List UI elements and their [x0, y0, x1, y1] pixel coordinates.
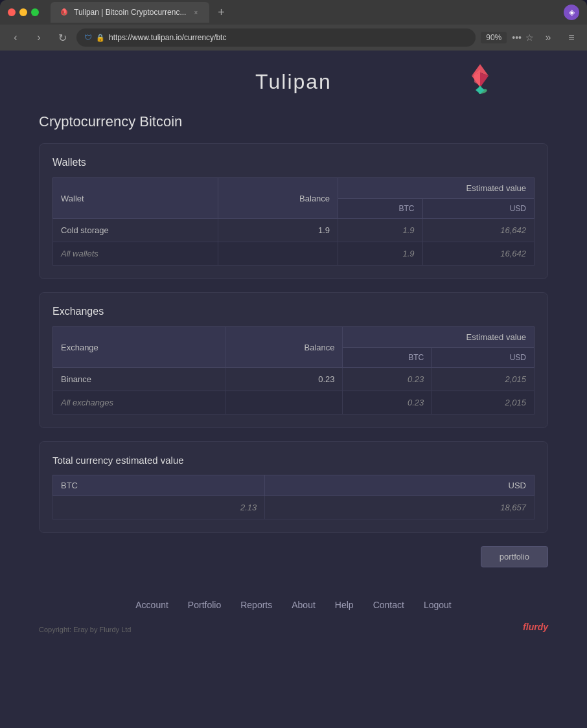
back-button[interactable]: ‹ — [6, 28, 25, 47]
nav-logout[interactable]: Logout — [424, 600, 452, 610]
table-row: Binance 0.23 0.23 2,015 — [53, 368, 535, 391]
exchange-col-header: Exchange — [53, 327, 225, 368]
close-button[interactable] — [8, 8, 16, 16]
wallets-table: Wallet Balance Estimated value BTC USD C… — [52, 177, 535, 266]
tab-close-btn[interactable]: × — [191, 8, 200, 17]
url-text: https://www.tulipan.io/currency/btc — [109, 33, 226, 42]
exchanges-card: Exchanges Exchange Balance Estimated val… — [39, 292, 548, 428]
active-tab[interactable]: Tulipan | Bitcoin Cryptocurrenc... × — [51, 2, 209, 23]
site-title: Tulipan — [255, 70, 332, 94]
nav-account[interactable]: Account — [135, 600, 168, 610]
lock-icon: 🔒 — [96, 34, 105, 42]
nav-reports[interactable]: Reports — [240, 600, 272, 610]
new-tab-btn[interactable]: + — [212, 3, 230, 21]
svg-point-2 — [62, 10, 64, 14]
wallet-balance: 1.9 — [218, 219, 338, 242]
exchange-name: Binance — [53, 368, 225, 391]
tab-bar: Tulipan | Bitcoin Cryptocurrenc... × + — [51, 2, 558, 23]
portfolio-button[interactable]: portfolio — [481, 546, 548, 567]
footer-nav: Account Portfolio Reports About Help Con… — [39, 587, 548, 617]
total-usd-value: 18,657 — [265, 496, 535, 519]
total-value-row: 2.13 18,657 — [53, 496, 535, 519]
wallet-name: Cold storage — [53, 219, 218, 242]
nav-about[interactable]: About — [292, 600, 316, 610]
expand-btn[interactable]: » — [539, 28, 557, 47]
all-wallets-label: All wallets — [53, 242, 218, 266]
all-wallets-balance — [218, 242, 338, 266]
usd-sub-header: USD — [422, 199, 535, 219]
hamburger-menu[interactable]: ≡ — [562, 28, 581, 47]
maximize-button[interactable] — [31, 8, 39, 16]
svg-rect-3 — [64, 13, 65, 15]
table-row: Cold storage 1.9 1.9 16,642 — [53, 219, 535, 242]
wallets-total-row: All wallets 1.9 16,642 — [53, 242, 535, 266]
all-exchanges-usd: 2,015 — [432, 391, 535, 415]
toolbar-icons: ••• ☆ — [512, 32, 534, 43]
flurdy-logo: flurdy — [523, 622, 548, 632]
balance-col-header: Balance — [218, 178, 338, 219]
copyright-text: Copyright: Eray by Flurdy Ltd — [39, 626, 131, 633]
extension-icon[interactable]: ◈ — [564, 5, 579, 20]
nav-portfolio[interactable]: Portfolio — [188, 600, 221, 610]
all-exchanges-balance — [225, 391, 343, 415]
exchange-balance: 0.23 — [225, 368, 343, 391]
exchanges-header-row: Exchange Balance Estimated value — [53, 327, 535, 348]
total-header-row: BTC USD — [53, 475, 535, 496]
tab-label: Tulipan | Bitcoin Cryptocurrenc... — [74, 8, 186, 17]
traffic-lights — [8, 8, 39, 16]
extension-symbol: ◈ — [569, 8, 575, 17]
forward-button[interactable]: › — [30, 28, 48, 47]
tab-favicon — [60, 8, 69, 17]
minimize-button[interactable] — [19, 8, 27, 16]
all-wallets-usd: 16,642 — [422, 242, 535, 266]
nav-contact[interactable]: Contact — [373, 600, 404, 610]
total-title: Total currency estimated value — [52, 455, 535, 466]
page-title: Cryptocurrency Bitcoin — [39, 113, 548, 130]
copyright-row: Copyright: Eray by Flurdy Ltd flurdy — [39, 620, 548, 633]
total-usd-header: USD — [265, 475, 535, 496]
bookmark-icon[interactable]: ☆ — [525, 32, 534, 43]
all-exchanges-label: All exchanges — [53, 391, 225, 415]
more-icon[interactable]: ••• — [512, 32, 522, 43]
exchanges-total-row: All exchanges 0.23 2,015 — [53, 391, 535, 415]
wallets-card: Wallets Wallet Balance Estimated value B… — [39, 143, 548, 279]
total-value-card: Total currency estimated value BTC USD 2… — [39, 441, 548, 533]
wallets-title: Wallets — [52, 157, 535, 168]
address-bar[interactable]: 🛡 🔒 https://www.tulipan.io/currency/btc — [76, 28, 476, 47]
ex-balance-col-header: Balance — [225, 327, 343, 368]
all-wallets-btc: 1.9 — [338, 242, 422, 266]
exchanges-title: Exchanges — [52, 306, 535, 317]
site-logo — [464, 63, 496, 102]
ex-usd-sub-header: USD — [432, 348, 535, 368]
refresh-button[interactable]: ↻ — [53, 28, 71, 47]
total-btc-header: BTC — [53, 475, 265, 496]
zoom-level: 90% — [481, 32, 507, 43]
browser-toolbar: ‹ › ↻ 🛡 🔒 https://www.tulipan.io/currenc… — [0, 25, 587, 51]
total-btc-value: 2.13 — [53, 496, 265, 519]
total-table: BTC USD 2.13 18,657 — [52, 475, 535, 519]
wallet-btc: 1.9 — [338, 219, 422, 242]
wallet-col-header: Wallet — [53, 178, 218, 219]
portfolio-btn-container: portfolio — [39, 546, 548, 567]
exchange-usd: 2,015 — [432, 368, 535, 391]
exchange-btc: 0.23 — [343, 368, 432, 391]
page-content: Tulipan Cryptocurrency Bitcoin Wallets — [0, 51, 587, 728]
shield-icon: 🛡 — [84, 33, 92, 42]
wallets-header-row: Wallet Balance Estimated value — [53, 178, 535, 199]
browser-titlebar: Tulipan | Bitcoin Cryptocurrenc... × + ◈ — [0, 0, 587, 25]
all-exchanges-btc: 0.23 — [343, 391, 432, 415]
exchanges-table: Exchange Balance Estimated value BTC USD… — [52, 326, 535, 415]
wallet-usd: 16,642 — [422, 219, 535, 242]
estimated-value-col-header: Estimated value — [338, 178, 535, 199]
ex-estimated-value-col-header: Estimated value — [343, 327, 535, 348]
nav-help[interactable]: Help — [335, 600, 354, 610]
ex-btc-sub-header: BTC — [343, 348, 432, 368]
btc-sub-header: BTC — [338, 199, 422, 219]
site-header: Tulipan — [39, 70, 548, 94]
